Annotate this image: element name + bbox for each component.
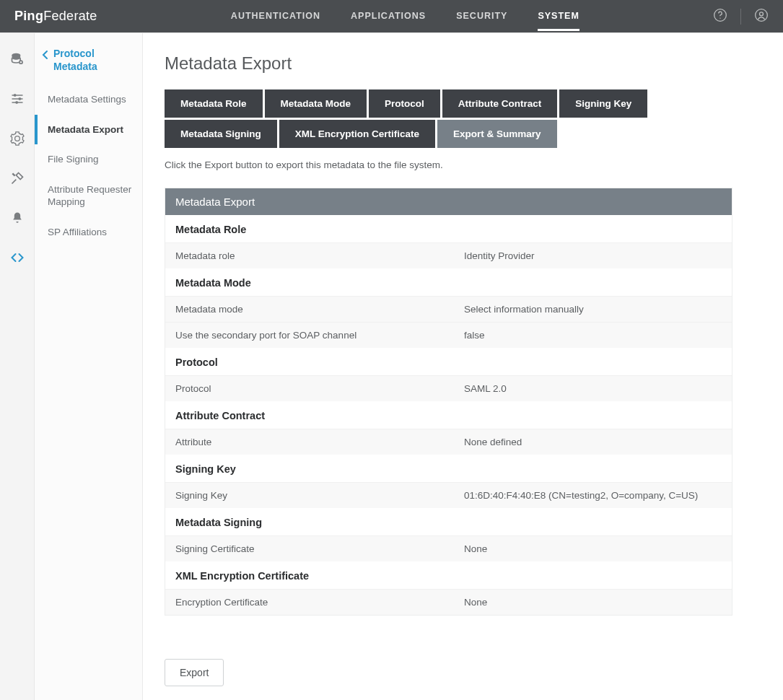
summary-key: Encryption Certificate <box>175 597 464 608</box>
section-head: Metadata Role <box>165 215 732 242</box>
section-head: Signing Key <box>165 455 732 482</box>
wizard-tab-export-summary[interactable]: Export & Summary <box>437 120 557 148</box>
wizard-tab-xml-encryption-certificate[interactable]: XML Encryption Certificate <box>279 120 435 148</box>
summary-value: None defined <box>464 437 722 447</box>
wizard-tabs: Metadata RoleMetadata ModeProtocolAttrib… <box>165 89 732 148</box>
summary-value: None <box>464 597 722 608</box>
summary-row: Use the secondary port for SOAP channelf… <box>165 322 732 348</box>
summary-key: Protocol <box>175 383 464 394</box>
section-head: Protocol <box>165 348 732 375</box>
wizard-tab-protocol[interactable]: Protocol <box>369 89 440 118</box>
summary-row: Encryption CertificateNone <box>165 589 732 615</box>
breadcrumb-label: Protocol Metadata <box>53 48 132 73</box>
brand-bold: Ping <box>14 9 43 23</box>
summary-row: ProtocolSAML 2.0 <box>165 375 732 401</box>
wizard-tab-metadata-signing[interactable]: Metadata Signing <box>165 120 277 148</box>
database-icon[interactable] <box>10 52 25 69</box>
footer-actions: Export <box>165 659 732 686</box>
help-icon[interactable] <box>713 8 727 25</box>
summary-key: Metadata mode <box>175 304 464 315</box>
summary-key: Attribute <box>175 437 464 447</box>
divider <box>740 9 741 25</box>
app-body: Protocol Metadata Metadata SettingsMetad… <box>0 32 783 700</box>
wizard-tab-metadata-mode[interactable]: Metadata Mode <box>265 89 367 118</box>
brand-light: Federate <box>43 9 97 23</box>
topnav-item-security[interactable]: SECURITY <box>456 1 507 31</box>
page-title: Metadata Export <box>165 53 732 74</box>
svg-point-3 <box>760 12 764 16</box>
svg-rect-7 <box>18 97 20 100</box>
summary-row: Metadata roleIdentity Provider <box>165 242 732 268</box>
sidebar-item-attribute-requester-mapping[interactable]: Attribute Requester Mapping <box>35 175 142 217</box>
sidebar-item-file-signing[interactable]: File Signing <box>35 144 142 175</box>
brand-logo: PingFederate <box>14 9 97 24</box>
summary-value: None <box>464 543 722 554</box>
sidebar-item-metadata-export[interactable]: Metadata Export <box>35 115 142 145</box>
sidebar-item-metadata-settings[interactable]: Metadata Settings <box>35 84 142 115</box>
summary-banner: Metadata Export <box>165 188 732 215</box>
top-bar: PingFederate AUTHENTICATIONAPPLICATIONSS… <box>0 0 783 32</box>
summary-value: false <box>464 330 722 341</box>
topnav-item-system[interactable]: SYSTEM <box>538 1 579 31</box>
top-icons <box>713 8 769 25</box>
summary-value: 01:6D:40:F4:40:E8 (CN=testing2, O=compan… <box>464 490 722 501</box>
summary-key: Signing Key <box>175 490 464 501</box>
summary-table: Metadata Export Metadata RoleMetadata ro… <box>165 188 732 616</box>
sliders-icon[interactable] <box>10 92 25 108</box>
topnav-item-authentication[interactable]: AUTHENTICATION <box>231 1 320 31</box>
svg-rect-6 <box>14 94 16 96</box>
chevron-left-icon <box>42 50 49 60</box>
main-content: Metadata Export Metadata RoleMetadata Mo… <box>143 33 783 700</box>
svg-point-1 <box>719 18 720 19</box>
sidebar: Protocol Metadata Metadata SettingsMetad… <box>35 33 143 700</box>
summary-row: AttributeNone defined <box>165 429 732 455</box>
code-icon[interactable] <box>10 250 25 267</box>
wizard-tab-metadata-role[interactable]: Metadata Role <box>165 89 263 118</box>
section-head: Metadata Signing <box>165 508 732 535</box>
breadcrumb-back[interactable]: Protocol Metadata <box>35 48 142 84</box>
section-head: Metadata Mode <box>165 268 732 296</box>
summary-key: Use the secondary port for SOAP channel <box>175 330 464 341</box>
summary-row: Metadata modeSelect information manually <box>165 296 732 322</box>
wizard-tab-attribute-contract[interactable]: Attribute Contract <box>442 89 558 118</box>
section-head: Attribute Contract <box>165 401 732 429</box>
summary-value: Select information manually <box>464 304 722 315</box>
summary-key: Signing Certificate <box>175 543 464 554</box>
svg-point-2 <box>756 9 768 22</box>
summary-value: SAML 2.0 <box>464 383 722 394</box>
wizard-tab-signing-key[interactable]: Signing Key <box>559 89 647 118</box>
topnav-item-applications[interactable]: APPLICATIONS <box>351 1 426 31</box>
summary-value: Identity Provider <box>464 250 722 261</box>
gear-icon[interactable] <box>10 131 25 148</box>
section-head: XML Encryption Certificate <box>165 561 732 589</box>
bell-icon[interactable] <box>10 211 25 227</box>
tools-icon[interactable] <box>10 171 25 188</box>
top-nav: AUTHENTICATIONAPPLICATIONSSECURITYSYSTEM <box>97 1 713 31</box>
summary-row: Signing CertificateNone <box>165 535 732 561</box>
icon-rail <box>0 33 35 700</box>
sidebar-item-sp-affiliations[interactable]: SP Affiliations <box>35 217 142 248</box>
export-button[interactable]: Export <box>165 659 224 686</box>
summary-key: Metadata role <box>175 250 464 261</box>
summary-row: Signing Key01:6D:40:F4:40:E8 (CN=testing… <box>165 482 732 508</box>
instruction-text: Click the Export button to export this m… <box>165 159 732 170</box>
user-icon[interactable] <box>754 8 769 25</box>
svg-rect-8 <box>15 101 17 103</box>
